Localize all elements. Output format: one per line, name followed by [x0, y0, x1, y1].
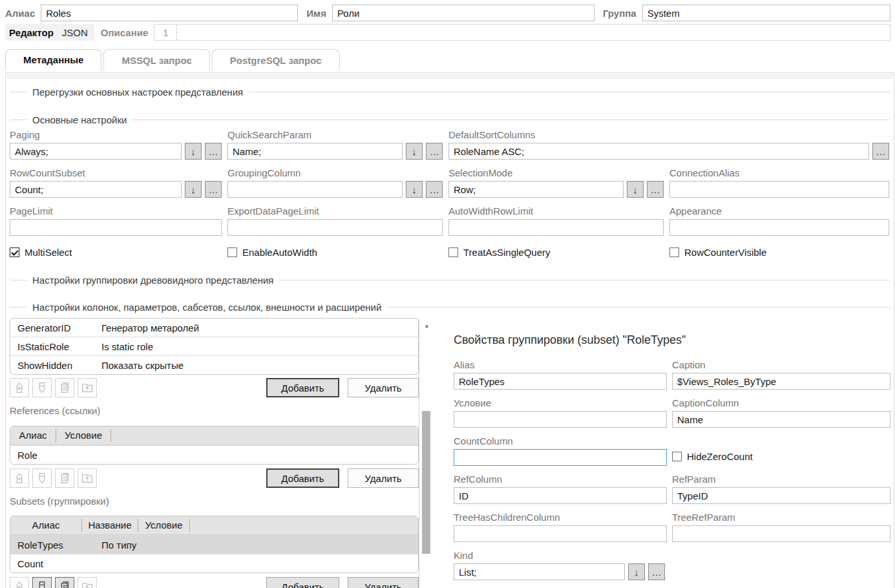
- copy-button[interactable]: [55, 468, 74, 488]
- treatassinglequery-checkbox[interactable]: TreatAsSingleQuery: [448, 247, 664, 258]
- groupingcolumn-ellipsis-button[interactable]: …: [426, 181, 443, 198]
- captioncolumn-input[interactable]: [672, 411, 890, 428]
- tag-plus-button[interactable]: [10, 577, 29, 588]
- references-table-header: Алиас Условие: [10, 426, 418, 445]
- autowidthrowlimit-input[interactable]: [448, 219, 664, 236]
- table-row[interactable]: GeneratorID Генератор метаролей: [10, 319, 418, 337]
- table-row[interactable]: Role: [10, 445, 418, 464]
- editor-chip: Редактор JSON: [5, 24, 94, 41]
- alias-input[interactable]: [41, 5, 298, 21]
- refcolumn-input[interactable]: [454, 487, 667, 504]
- tab-mssql-query[interactable]: MSSQL запрос: [103, 49, 209, 70]
- groupingcolumn-input[interactable]: [227, 181, 403, 198]
- column-header-condition[interactable]: Условие: [56, 429, 111, 442]
- hidezerocount-checkbox[interactable]: HideZeroCount: [672, 451, 753, 462]
- exportdatapagelimit-input[interactable]: [227, 219, 443, 236]
- connectionalias-input[interactable]: [669, 181, 889, 198]
- delete-subset-button[interactable]: Удалить: [348, 577, 419, 588]
- treerefparam-input[interactable]: [672, 525, 890, 542]
- pagelimit-label: PageLimit: [10, 205, 222, 216]
- editor-json-button[interactable]: JSON: [62, 27, 88, 38]
- checkbox-icon: [669, 247, 679, 257]
- enableautowidth-checkbox[interactable]: EnableAutoWidth: [227, 247, 443, 258]
- tag-plus-button[interactable]: [10, 378, 29, 397]
- scrollbar-thumb[interactable]: [422, 411, 430, 554]
- multiselect-checkbox[interactable]: MultiSelect: [10, 247, 222, 258]
- folder-up-button[interactable]: [78, 468, 97, 488]
- parameters-toolbar: Добавить Удалить: [10, 378, 419, 397]
- selectionmode-ellipsis-button[interactable]: …: [647, 181, 664, 198]
- param-name: GeneratorID: [10, 322, 101, 333]
- groupingcolumn-dropdown-button[interactable]: ↓: [406, 181, 423, 198]
- add-subset-button[interactable]: Добавить: [266, 577, 339, 588]
- add-parameter-button[interactable]: Добавить: [266, 378, 339, 397]
- column-header-name[interactable]: Название: [82, 519, 138, 532]
- column-header-condition[interactable]: Условие: [138, 519, 190, 532]
- table-row-selected[interactable]: RoleTypes По типу: [10, 535, 418, 554]
- quicksearchparam-ellipsis-button[interactable]: …: [426, 143, 443, 160]
- subset-condition-input[interactable]: [454, 411, 667, 428]
- table-row[interactable]: IsStaticRole Is static role: [10, 337, 418, 355]
- delete-parameter-button[interactable]: Удалить: [348, 378, 419, 397]
- folder-up-button[interactable]: [78, 378, 97, 397]
- ellipsis-icon: …: [209, 184, 218, 195]
- tag-plus-icon: [12, 381, 26, 395]
- rowcountervisible-checkbox[interactable]: RowCounterVisible: [669, 247, 889, 258]
- arrow-down-icon: ↓: [634, 567, 639, 578]
- description-box: 1: [154, 24, 890, 41]
- tag-plus-button[interactable]: [10, 468, 29, 488]
- defaultsortcolumns-input[interactable]: [448, 143, 869, 160]
- appearance-label: Appearance: [669, 205, 889, 216]
- column-header-alias[interactable]: Алиас: [10, 429, 56, 442]
- kind-input[interactable]: [454, 563, 625, 580]
- selectionmode-input[interactable]: [448, 181, 624, 198]
- copy-button[interactable]: [55, 577, 74, 588]
- tag-minus-button[interactable]: [32, 577, 52, 588]
- ellipsis-icon: …: [652, 567, 662, 578]
- quicksearchparam-dropdown-button[interactable]: ↓: [406, 143, 423, 160]
- treehaschildrencolumn-input[interactable]: [454, 525, 667, 542]
- paging-dropdown-button[interactable]: ↓: [185, 143, 202, 160]
- pagelimit-input[interactable]: [10, 219, 222, 236]
- scroll-up-icon[interactable]: ▲: [424, 323, 430, 329]
- description-input[interactable]: [177, 25, 890, 40]
- kind-dropdown-button[interactable]: ↓: [628, 563, 645, 580]
- add-reference-button[interactable]: Добавить: [266, 468, 339, 488]
- group-input[interactable]: [642, 5, 890, 21]
- subset-caption-input[interactable]: [672, 373, 890, 390]
- paging-input[interactable]: [10, 143, 182, 160]
- quicksearchparam-input[interactable]: [227, 143, 403, 160]
- folder-up-button[interactable]: [78, 577, 97, 588]
- refparam-input[interactable]: [672, 487, 890, 504]
- tag-minus-button[interactable]: [32, 468, 52, 488]
- table-row[interactable]: ShowHidden Показать скрытые: [10, 355, 418, 374]
- kind-ellipsis-button[interactable]: …: [648, 563, 665, 580]
- rowcountsubset-dropdown-button[interactable]: ↓: [185, 181, 202, 198]
- field-refcolumn: RefColumn: [454, 474, 667, 504]
- delete-reference-button[interactable]: Удалить: [348, 468, 419, 488]
- rowcountsubset-input[interactable]: [10, 181, 182, 198]
- tag-minus-button[interactable]: [32, 378, 52, 397]
- countcolumn-input[interactable]: [454, 449, 667, 466]
- tab-postgresql-query[interactable]: PostgreSQL запрос: [212, 49, 340, 70]
- panel-scrollbar[interactable]: ▲: [419, 318, 439, 588]
- subset-alias-input[interactable]: [454, 373, 667, 390]
- table-row[interactable]: Count: [10, 554, 418, 572]
- field-defaultsortcolumns: DefaultSortColumns …: [448, 129, 889, 160]
- subset-alias-label: Alias: [454, 359, 667, 370]
- copy-icon: [58, 471, 72, 485]
- rowcountsubset-ellipsis-button[interactable]: …: [205, 181, 222, 198]
- ellipsis-icon: …: [430, 146, 439, 157]
- field-kind: Kind ↓ …: [454, 550, 667, 580]
- selectionmode-dropdown-button[interactable]: ↓: [627, 181, 644, 198]
- checkbox-icon: [672, 452, 682, 461]
- column-header-alias[interactable]: Алиас: [10, 519, 82, 532]
- hidezerocount-checkbox-label: HideZeroCount: [687, 451, 753, 462]
- appearance-input[interactable]: [669, 219, 889, 236]
- field-countcolumn: CountColumn: [454, 436, 667, 466]
- defaultsortcolumns-ellipsis-button[interactable]: …: [872, 143, 889, 160]
- paging-ellipsis-button[interactable]: …: [205, 143, 222, 160]
- tab-metadata[interactable]: Метаданные: [5, 49, 101, 70]
- name-input[interactable]: [332, 5, 595, 21]
- copy-button[interactable]: [55, 378, 74, 397]
